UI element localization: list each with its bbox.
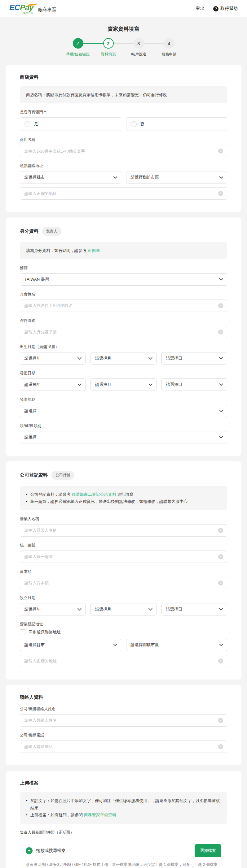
registered-district-select[interactable]: 請選擇鄉鎮市區 bbox=[126, 639, 227, 651]
issue-place-select[interactable]: 請選擇 bbox=[20, 405, 227, 417]
capital-input[interactable] bbox=[20, 577, 218, 589]
company-badge: 公司行號 bbox=[51, 471, 74, 479]
example-image-link[interactable]: 範例圖 bbox=[88, 248, 100, 253]
contact-name-label: 公司/機構聯絡人姓名 bbox=[20, 707, 227, 712]
chevron-down-icon bbox=[219, 408, 223, 412]
step-2-circle[interactable]: 2 bbox=[103, 38, 114, 49]
step-3-label: 帳戶設定 bbox=[124, 52, 154, 57]
moea-registry-link[interactable]: 經濟部商工登記公示資料 bbox=[72, 492, 116, 497]
store-info-card: 商店資料 商店名稱：將顯示於付款頁面及買家信用卡帳單，未來如需變更，仍可自行修改… bbox=[6, 65, 241, 212]
chevron-down-icon bbox=[219, 642, 223, 646]
registered-city-select[interactable]: 請選擇縣市 bbox=[20, 639, 121, 651]
issue-month-select[interactable]: 請選擇月 bbox=[90, 378, 156, 391]
issue-day-select[interactable]: 請選擇日 bbox=[162, 378, 227, 391]
plus-circle-icon: + bbox=[26, 847, 32, 854]
birth-month-value: 請選擇月 bbox=[95, 355, 111, 361]
chevron-down-icon bbox=[78, 355, 82, 360]
birth-day-select[interactable]: 請選擇日 bbox=[162, 352, 227, 365]
establish-year-value: 請選擇年 bbox=[25, 607, 40, 612]
establish-year-select[interactable]: 請選擇年 bbox=[20, 603, 85, 616]
chevron-down-icon bbox=[148, 382, 153, 386]
establish-month-value: 請選擇月 bbox=[95, 607, 111, 612]
store-name-label: 商店名稱 bbox=[20, 137, 227, 142]
contact-district-select[interactable]: 請選擇鄉鎮市區 bbox=[126, 171, 227, 184]
sync-address-checkbox-row[interactable]: 同步通訊聯絡地址 bbox=[20, 629, 227, 635]
help-link[interactable]: ? 取得幫助 bbox=[213, 6, 238, 11]
chevron-down-icon bbox=[219, 277, 223, 281]
contact-name-input[interactable] bbox=[20, 714, 218, 726]
contact-phone-label: 公司/機構電話 bbox=[20, 733, 227, 738]
id-photo-dropzone[interactable]: + 拖放或搜尋檔案 bbox=[26, 847, 66, 854]
establish-day-select[interactable]: 請選擇日 bbox=[162, 603, 227, 616]
physical-store-option-yes[interactable]: 是 bbox=[20, 117, 121, 131]
chevron-down-icon bbox=[219, 175, 223, 179]
step-1-verification: ✓ 手機/信箱驗證 bbox=[63, 38, 93, 57]
clear-icon[interactable]: ✕ bbox=[218, 718, 223, 723]
clear-icon[interactable]: ✕ bbox=[218, 191, 223, 196]
contact-person-card: 聯絡人資料 公司/機構聯絡人姓名 ✕ 公司/機構電話 ✕ bbox=[6, 685, 241, 765]
issue-type-label: 領/補/換類別 bbox=[20, 423, 227, 429]
stepper: ✓ 手機/信箱驗證 2 資料填寫 3 帳戶設定 4 服務申請 bbox=[0, 38, 247, 57]
upload-card: 上傳檔案 加註文字：如需在照片中添加文字，僅可加註「僅供綠界服務使用」，請避免添… bbox=[6, 771, 241, 868]
store-name-input[interactable] bbox=[20, 145, 218, 157]
step-4-service-apply: 4 服務申請 bbox=[154, 38, 184, 57]
birth-year-select[interactable]: 請選擇年 bbox=[20, 352, 85, 365]
step-3-account-setup: 3 帳戶設定 bbox=[124, 38, 154, 57]
chevron-down-icon bbox=[113, 642, 117, 646]
physical-store-option-no[interactable]: 否 bbox=[126, 117, 227, 131]
step-2-label: 資料填寫 bbox=[93, 52, 124, 57]
step-1-circle-check-icon[interactable]: ✓ bbox=[73, 38, 83, 49]
contact-city-select[interactable]: 請選擇縣市 bbox=[20, 171, 121, 184]
nationality-select-value: TAIWAN 臺灣 bbox=[25, 277, 49, 282]
step-1-label: 手機/信箱驗證 bbox=[63, 52, 93, 57]
clear-icon[interactable]: ✕ bbox=[218, 744, 223, 749]
id-photo-dropzone-label: 拖放或搜尋檔案 bbox=[36, 848, 66, 854]
birth-month-select[interactable]: 請選擇月 bbox=[90, 352, 156, 365]
clear-icon[interactable]: ✕ bbox=[218, 149, 223, 154]
registered-address-label: 營業登記地址 bbox=[20, 622, 227, 627]
step-4-circle[interactable]: 4 bbox=[164, 38, 174, 49]
clear-icon[interactable]: ✕ bbox=[218, 554, 223, 559]
step-2-data-fill: 2 資料填寫 bbox=[93, 38, 124, 57]
ecpay-logo[interactable]: ECPay 綠界科技 bbox=[9, 3, 33, 14]
logout-link[interactable]: 登出 bbox=[196, 6, 204, 11]
establish-date-label: 設立日期 bbox=[20, 595, 227, 601]
id-photo-upload-box: + 拖放或搜尋檔案 選擇檔案 請選擇 JPG / JPEG / PNG / GI… bbox=[20, 838, 227, 868]
step-3-circle[interactable]: 3 bbox=[134, 38, 144, 49]
registered-address-input[interactable] bbox=[20, 655, 218, 667]
contact-district-select-value: 請選擇鄉鎮市區 bbox=[131, 175, 159, 180]
clear-icon[interactable]: ✕ bbox=[218, 658, 223, 663]
company-bullet1-suffix: 進行填寫 bbox=[116, 492, 134, 497]
contact-address-input[interactable] bbox=[20, 188, 218, 199]
nationality-select[interactable]: TAIWAN 臺灣 bbox=[20, 273, 227, 286]
birth-year-value: 請選擇年 bbox=[25, 355, 40, 361]
id-photo-choose-file-button[interactable]: 選擇檔案 bbox=[195, 844, 221, 857]
clear-icon[interactable]: ✕ bbox=[218, 303, 223, 308]
birth-day-value: 請選擇日 bbox=[166, 355, 182, 361]
page-title: 賣家資料填寫 bbox=[0, 25, 247, 32]
contact-phone-input[interactable] bbox=[20, 741, 218, 752]
issue-type-select[interactable]: 請選擇 bbox=[20, 431, 227, 443]
clear-icon[interactable]: ✕ bbox=[218, 330, 223, 335]
issue-year-select[interactable]: 請選擇年 bbox=[20, 378, 85, 391]
contact-address-label: 通訊聯絡地址 bbox=[20, 163, 227, 169]
radio-icon bbox=[25, 121, 30, 127]
contact-city-select-value: 請選擇縣市 bbox=[25, 175, 45, 180]
seller-prep-docs-link[interactable]: 商務賣家準備資料 bbox=[84, 813, 116, 817]
clear-icon[interactable]: ✕ bbox=[218, 528, 223, 533]
tax-id-label: 統一編號 bbox=[20, 543, 227, 548]
clear-icon[interactable]: ✕ bbox=[218, 581, 223, 586]
issue-place-value: 請選擇 bbox=[25, 408, 36, 414]
company-info-box: 公司登記資料：請參考 經濟部商工登記公示資料 進行填寫 統一編號：請務必確認輸入… bbox=[20, 486, 227, 510]
capital-label: 資本額 bbox=[20, 569, 227, 574]
checkbox-icon[interactable] bbox=[20, 629, 25, 635]
identity-info-box: 填寫身分資料：如有疑問，請參考 範例圖 bbox=[20, 242, 227, 259]
establish-month-select[interactable]: 請選擇月 bbox=[90, 603, 156, 616]
real-name-input[interactable] bbox=[20, 300, 218, 312]
company-info-bullet-2: 統一編號：請務必確認輸入正確資訊，於送出後則無法修改；如需修改，請聯繫客服中心 bbox=[26, 498, 221, 505]
business-name-input[interactable] bbox=[20, 525, 218, 536]
tax-id-input[interactable] bbox=[20, 551, 218, 563]
id-number-label: 證件號碼 bbox=[20, 318, 227, 323]
id-number-input[interactable] bbox=[20, 326, 218, 338]
issue-year-value: 請選擇年 bbox=[25, 382, 40, 388]
